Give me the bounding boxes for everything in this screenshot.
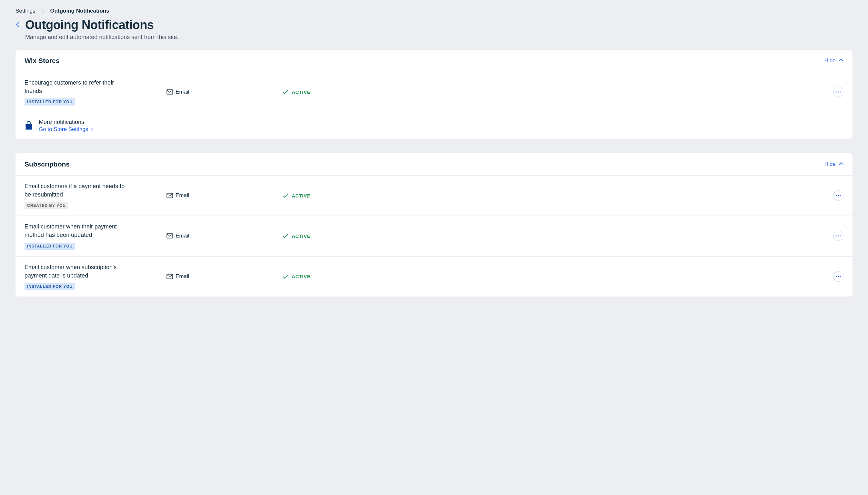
badge-installed: INSTALLED FOR YOU	[24, 243, 75, 250]
svg-point-11	[838, 236, 839, 237]
breadcrumb-current: Outgoing Notifications	[50, 8, 109, 14]
hide-label: Hide	[824, 161, 836, 168]
check-icon	[283, 274, 289, 279]
notification-title: Email customers if a payment needs to be…	[24, 182, 128, 199]
more-actions-button[interactable]	[833, 231, 844, 241]
svg-point-16	[839, 276, 840, 277]
status-label: ACTIVE	[292, 233, 310, 239]
email-icon	[167, 233, 173, 238]
channel-label: Email	[175, 89, 189, 95]
svg-point-3	[839, 91, 840, 92]
chevron-up-icon	[839, 57, 844, 64]
status-cell: ACTIVE	[283, 274, 824, 279]
hide-toggle[interactable]: Hide	[824, 161, 844, 168]
shopping-bag-icon	[24, 121, 33, 130]
status-cell: ACTIVE	[283, 193, 824, 199]
chevron-right-icon	[91, 126, 94, 133]
channel-label: Email	[175, 192, 189, 199]
notification-title: Email customer when subscription's payme…	[24, 263, 128, 280]
notification-row[interactable]: Email customer when their payment method…	[16, 216, 852, 256]
check-icon	[283, 233, 289, 239]
svg-point-2	[838, 91, 839, 92]
svg-rect-4	[25, 130, 32, 130]
channel-cell: Email	[167, 89, 283, 95]
page-header: Outgoing Notifications Manage and edit a…	[16, 18, 852, 41]
more-actions-button[interactable]	[833, 87, 844, 97]
status-cell: ACTIVE	[283, 233, 824, 239]
status-label: ACTIVE	[292, 193, 310, 199]
section-header: Wix Stores Hide	[16, 50, 852, 72]
svg-point-15	[838, 276, 839, 277]
svg-rect-0	[167, 90, 173, 94]
notification-title: Email customer when their payment method…	[24, 222, 128, 239]
more-actions-button[interactable]	[833, 190, 844, 201]
svg-point-7	[838, 195, 839, 196]
chevron-right-icon	[41, 9, 44, 13]
go-to-store-settings-link[interactable]: Go to Store Settings	[39, 126, 94, 133]
more-notifications-title: More notifications	[39, 119, 94, 125]
badge-installed: INSTALLED FOR YOU	[24, 98, 75, 105]
channel-cell: Email	[167, 192, 283, 199]
check-icon	[283, 89, 289, 95]
email-icon	[167, 193, 173, 198]
notification-row[interactable]: Email customer when subscription's payme…	[16, 257, 852, 296]
section-title: Wix Stores	[24, 57, 59, 65]
more-notifications-row: More notifications Go to Store Settings	[16, 112, 852, 139]
svg-rect-5	[167, 193, 173, 198]
breadcrumb: Settings Outgoing Notifications	[16, 8, 852, 14]
channel-label: Email	[175, 273, 189, 280]
section-subscriptions: Subscriptions Hide Email customers if a …	[16, 153, 852, 296]
status-label: ACTIVE	[292, 89, 310, 95]
email-icon	[167, 89, 173, 95]
back-button[interactable]	[16, 21, 20, 29]
page-subtitle: Manage and edit automated notifications …	[25, 34, 178, 41]
badge-installed: INSTALLED FOR YOU	[24, 283, 75, 290]
badge-created: CREATED BY YOU	[24, 202, 68, 209]
page-title: Outgoing Notifications	[25, 18, 178, 32]
channel-label: Email	[175, 233, 189, 239]
section-header: Subscriptions Hide	[16, 153, 852, 175]
section-wix-stores: Wix Stores Hide Encourage customers to r…	[16, 50, 852, 139]
notification-title: Encourage customers to refer their frien…	[24, 79, 128, 95]
status-cell: ACTIVE	[283, 89, 824, 95]
hide-toggle[interactable]: Hide	[824, 57, 844, 64]
svg-rect-13	[167, 274, 173, 279]
svg-point-8	[839, 195, 840, 196]
svg-rect-9	[167, 234, 173, 238]
more-actions-button[interactable]	[833, 271, 844, 282]
svg-point-6	[836, 195, 837, 196]
channel-cell: Email	[167, 273, 283, 280]
hide-label: Hide	[824, 57, 836, 64]
svg-point-14	[836, 276, 837, 277]
breadcrumb-root[interactable]: Settings	[16, 8, 35, 14]
status-label: ACTIVE	[292, 274, 310, 279]
channel-cell: Email	[167, 233, 283, 239]
notification-row[interactable]: Encourage customers to refer their frien…	[16, 72, 852, 112]
svg-point-1	[836, 91, 837, 92]
check-icon	[283, 193, 289, 199]
section-title: Subscriptions	[24, 160, 70, 168]
svg-point-12	[839, 236, 840, 237]
svg-point-10	[836, 236, 837, 237]
notification-row[interactable]: Email customers if a payment needs to be…	[16, 175, 852, 216]
link-label: Go to Store Settings	[39, 126, 88, 133]
chevron-up-icon	[839, 161, 844, 168]
email-icon	[167, 274, 173, 279]
